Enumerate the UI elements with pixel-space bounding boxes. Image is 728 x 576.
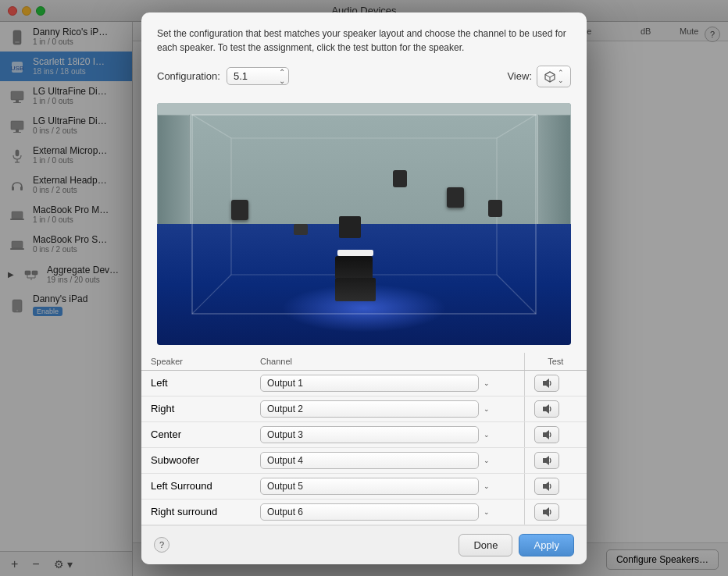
svg-marker-41 — [543, 507, 549, 517]
svg-marker-37 — [543, 404, 549, 414]
modal-config-row: Configuration: Stereo 2.1 5.1 7.1 ⌃⌄ Vie… — [157, 66, 571, 87]
test-button-2[interactable] — [534, 426, 559, 443]
speaker-surround-right — [488, 200, 502, 217]
view-label: View: — [507, 70, 532, 82]
modal-footer: ? Done Apply — [141, 525, 587, 564]
speaker-row-1: RightOutput 1Output 2Output 3Output 4Out… — [141, 396, 587, 421]
speaker-front-left — [231, 200, 248, 220]
channel-select-1[interactable]: Output 1Output 2Output 3Output 4Output 5… — [260, 400, 479, 418]
speaker-front-right — [447, 187, 464, 208]
chair-seat — [335, 278, 376, 301]
speaker-table: Speaker Channel Test LeftOutput 1Output … — [141, 353, 587, 525]
config-label: Configuration: — [157, 70, 220, 82]
modal-description: Set the configuration that best matches … — [157, 27, 571, 55]
speaker-channel-cell-1: Output 1Output 2Output 3Output 4Output 5… — [251, 396, 524, 421]
volume-icon — [541, 404, 552, 414]
modal-body: Set the configuration that best matches … — [141, 12, 587, 103]
configure-speakers-modal: Set the configuration that best matches … — [141, 12, 587, 564]
speaker-name-0: Left — [141, 370, 251, 396]
dropdown-arrow-icon-5: ⌄ — [484, 508, 490, 516]
channel-select-5[interactable]: Output 1Output 2Output 3Output 4Output 5… — [260, 503, 479, 521]
help-button-modal[interactable]: ? — [154, 537, 170, 553]
speaker-row-2: CenterOutput 1Output 2Output 3Output 4Ou… — [141, 421, 587, 447]
speaker-name-1: Right — [141, 396, 251, 421]
volume-icon — [541, 507, 552, 517]
config-select-wrapper: Stereo 2.1 5.1 7.1 ⌃⌄ — [227, 67, 289, 85]
svg-marker-39 — [543, 456, 549, 465]
speaker-name-3: Subwoofer — [141, 447, 251, 473]
speaker-channel-cell-4: Output 1Output 2Output 3Output 4Output 5… — [251, 473, 524, 499]
speaker-channel-cell-3: Output 1Output 2Output 3Output 4Output 5… — [251, 447, 524, 473]
modal-overlay: Set the configuration that best matches … — [0, 0, 728, 576]
test-button-4[interactable] — [534, 478, 559, 495]
volume-icon — [541, 455, 552, 466]
volume-icon — [541, 429, 552, 440]
test-button-0[interactable] — [534, 375, 559, 392]
test-cell-1 — [524, 396, 587, 421]
speaker-channel-cell-5: Output 1Output 2Output 3Output 4Output 5… — [251, 499, 524, 524]
speaker-name-4: Left Surround — [141, 473, 251, 499]
dropdown-arrow-icon-4: ⌄ — [484, 482, 490, 490]
test-button-1[interactable] — [534, 400, 559, 418]
svg-marker-36 — [543, 379, 549, 388]
test-cell-4 — [524, 473, 587, 499]
view-arrows-icon: ⌃⌄ — [558, 69, 564, 84]
test-button-5[interactable] — [534, 503, 559, 521]
svg-marker-38 — [543, 430, 549, 439]
test-cell-5 — [524, 499, 587, 524]
speaker-row-4: Left SurroundOutput 1Output 2Output 3Out… — [141, 473, 587, 499]
speaker-channel-cell-2: Output 1Output 2Output 3Output 4Output 5… — [251, 421, 524, 447]
channel-select-2[interactable]: Output 1Output 2Output 3Output 4Output 5… — [260, 426, 479, 443]
dropdown-arrow-icon-0: ⌄ — [484, 379, 490, 387]
channel-select-3[interactable]: Output 1Output 2Output 3Output 4Output 5… — [260, 452, 479, 469]
test-button-3[interactable] — [534, 452, 559, 469]
speaker-name-5: Right surround — [141, 499, 251, 524]
dropdown-arrow-icon-3: ⌄ — [484, 457, 490, 464]
room-3d — [157, 103, 571, 345]
speaker-row-3: SubwooferOutput 1Output 2Output 3Output … — [141, 447, 587, 473]
chair-back — [335, 256, 373, 278]
speaker-row-0: LeftOutput 1Output 2Output 3Output 4Outp… — [141, 370, 587, 396]
done-button[interactable]: Done — [459, 534, 512, 556]
apply-button[interactable]: Apply — [519, 534, 574, 556]
test-cell-0 — [524, 370, 587, 396]
col-test: Test — [524, 353, 587, 371]
test-cell-3 — [524, 447, 587, 473]
speaker-surround-left — [393, 170, 407, 187]
channel-select-0[interactable]: Output 1Output 2Output 3Output 4Output 5… — [260, 375, 479, 392]
speaker-center — [294, 224, 308, 235]
dropdown-arrow-icon-1: ⌄ — [484, 405, 490, 413]
view-button[interactable]: ⌃⌄ — [537, 66, 571, 87]
speaker-table-container: Speaker Channel Test LeftOutput 1Output … — [141, 353, 587, 525]
dropdown-arrow-icon-2: ⌄ — [484, 431, 490, 439]
channel-select-4[interactable]: Output 1Output 2Output 3Output 4Output 5… — [260, 478, 479, 495]
col-channel: Channel — [251, 353, 524, 371]
volume-icon — [541, 378, 552, 389]
ceiling — [157, 103, 571, 116]
chair-headrest — [337, 250, 373, 256]
test-cell-2 — [524, 421, 587, 447]
col-speaker: Speaker — [141, 353, 251, 371]
volume-icon — [541, 481, 552, 492]
svg-marker-28 — [545, 72, 555, 77]
view-row: View: ⌃⌄ — [507, 66, 571, 87]
room-visualization — [157, 103, 571, 345]
chair — [335, 250, 376, 301]
svg-marker-40 — [543, 482, 549, 491]
speaker-row-5: Right surroundOutput 1Output 2Output 3Ou… — [141, 499, 587, 524]
speaker-name-2: Center — [141, 421, 251, 447]
cube-icon — [544, 70, 556, 83]
config-select[interactable]: Stereo 2.1 5.1 7.1 — [227, 67, 289, 85]
speaker-channel-cell-0: Output 1Output 2Output 3Output 4Output 5… — [251, 370, 524, 396]
speaker-subwoofer — [339, 216, 361, 238]
